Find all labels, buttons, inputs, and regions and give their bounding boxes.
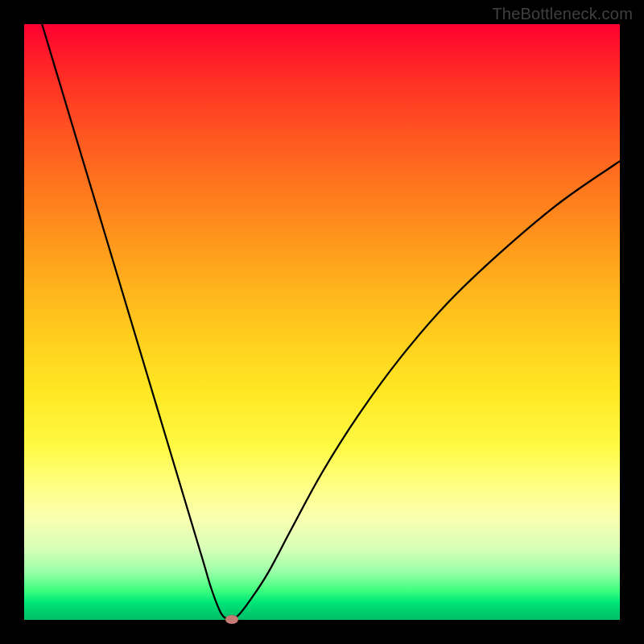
watermark-text: TheBottleneck.com [492, 5, 633, 23]
plot-area [24, 24, 620, 620]
optimum-marker [225, 615, 238, 624]
bottleneck-curve [42, 24, 620, 620]
chart-container: TheBottleneck.com [0, 0, 644, 644]
curve-svg [24, 24, 620, 620]
